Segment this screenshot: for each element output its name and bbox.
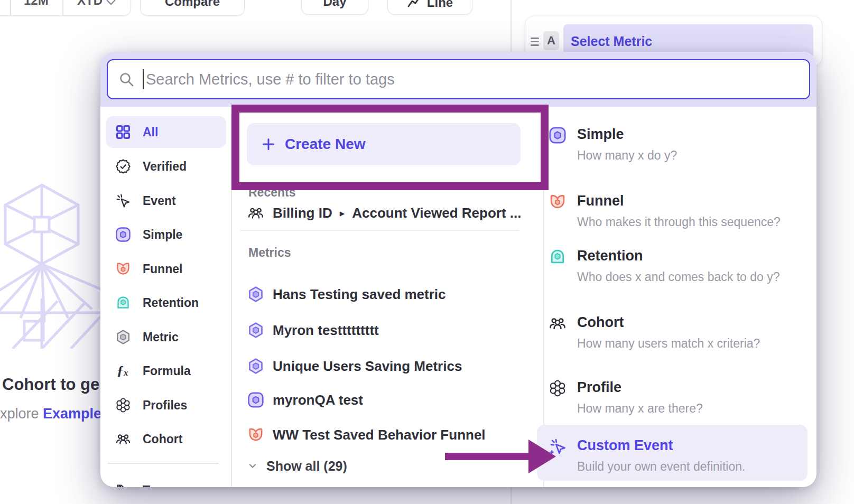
sidebar-item-metric[interactable]: Metric bbox=[106, 321, 226, 353]
sidebar-item-retention[interactable]: Retention bbox=[106, 287, 226, 319]
breadcrumb-arrow-icon: ▸ bbox=[340, 207, 345, 219]
date-range-segmented-control[interactable]: 12M XTD bbox=[0, 0, 131, 16]
sidebar-item-label: Cohort bbox=[143, 432, 182, 446]
range-xtd-button[interactable]: XTD bbox=[77, 0, 103, 8]
metric-hexagon-icon bbox=[247, 358, 264, 375]
show-all-toggle[interactable]: Show all (29) bbox=[247, 454, 347, 478]
type-option-simple[interactable]: Simple How many x do y? bbox=[549, 126, 807, 169]
cohort-icon bbox=[115, 431, 131, 447]
chevron-down-icon bbox=[106, 0, 116, 6]
metric-list-item[interactable]: WW Test Saved Behavior Funnel bbox=[247, 423, 486, 446]
custom-event-icon bbox=[549, 437, 567, 455]
show-all-label: Show all (29) bbox=[266, 459, 347, 474]
type-description: Who makes it through this sequence? bbox=[577, 215, 781, 229]
funnel-icon bbox=[115, 261, 131, 277]
funnel-icon bbox=[549, 193, 567, 211]
sidebar-item-tags[interactable]: T bbox=[106, 474, 226, 487]
metrics-heading: Metrics bbox=[248, 246, 291, 260]
metric-hexagon-icon bbox=[247, 322, 264, 339]
type-title: Funnel bbox=[577, 193, 624, 209]
plus-icon bbox=[262, 137, 275, 151]
type-title: Profile bbox=[577, 379, 621, 396]
explore-prefix-text: xplore bbox=[0, 406, 39, 422]
metric-list-item[interactable]: Myron testtttttttt bbox=[247, 319, 379, 342]
grid-icon bbox=[115, 124, 131, 140]
metric-name: Unique Users Saving Metrics bbox=[273, 358, 462, 375]
profiles-icon bbox=[115, 397, 131, 413]
range-12m-button[interactable]: 12M bbox=[24, 0, 49, 8]
sidebar-item-funnel[interactable]: Funnel bbox=[106, 253, 226, 285]
type-description: Who does x and comes back to do y? bbox=[577, 270, 780, 284]
sidebar-item-label: T bbox=[143, 483, 150, 488]
text-caret bbox=[143, 69, 144, 89]
metric-list-item[interactable]: Unique Users Saving Metrics bbox=[247, 354, 462, 378]
metric-hexagon-icon bbox=[115, 329, 131, 345]
chevron-down-icon bbox=[247, 461, 258, 471]
metric-list-item[interactable]: myronQA test bbox=[247, 388, 363, 412]
sidebar-item-label: Retention bbox=[143, 296, 199, 310]
sidebar-item-label: Profiles bbox=[143, 398, 187, 413]
sidebar-divider bbox=[108, 463, 219, 464]
recent-item-event: Account Viewed Report ... bbox=[352, 205, 521, 221]
sidebar-item-formula[interactable]: ƒx Formula bbox=[106, 355, 226, 387]
type-option-retention[interactable]: Retention Who does x and comes back to d… bbox=[549, 248, 807, 290]
sidebar-item-event[interactable]: Event bbox=[106, 185, 226, 217]
create-new-button[interactable]: Create New bbox=[247, 123, 521, 165]
type-title: Simple bbox=[577, 126, 624, 143]
type-option-custom-event[interactable]: Custom Event Build your own event defini… bbox=[549, 437, 807, 480]
type-title: Cohort bbox=[577, 314, 624, 331]
granularity-day-button[interactable]: Day bbox=[301, 0, 368, 15]
drag-handle-icon[interactable] bbox=[531, 38, 539, 48]
compare-label: Compare bbox=[165, 0, 220, 9]
select-metric-label: Select Metric bbox=[571, 34, 652, 49]
cohort-icon bbox=[247, 204, 264, 221]
type-title: Retention bbox=[577, 248, 643, 264]
type-description: How many x do y? bbox=[577, 148, 677, 163]
line-chart-icon bbox=[407, 0, 422, 9]
chart-type-line-button[interactable]: Line bbox=[387, 0, 472, 15]
recent-item-row[interactable]: Billing ID ▸ Account Viewed Report ... bbox=[247, 201, 521, 225]
compare-button[interactable]: Compare bbox=[140, 0, 245, 16]
type-option-profile[interactable]: Profile How many x are there? bbox=[549, 379, 807, 422]
sidebar-item-label: Event bbox=[143, 194, 176, 208]
type-title: Custom Event bbox=[577, 437, 673, 454]
metric-name: Hans Testing saved metric bbox=[273, 286, 446, 303]
empty-state-headline: Cohort to ge bbox=[2, 375, 99, 394]
day-label: Day bbox=[323, 0, 346, 9]
funnel-icon bbox=[247, 426, 264, 443]
sidebar-item-label: Simple bbox=[143, 228, 182, 242]
simple-icon bbox=[549, 126, 567, 144]
metric-name: Myron testtttttttt bbox=[273, 322, 379, 339]
type-description: How many x are there? bbox=[577, 402, 703, 416]
cohort-icon bbox=[549, 314, 567, 332]
search-input[interactable] bbox=[145, 70, 809, 89]
type-option-funnel[interactable]: Funnel Who makes it through this sequenc… bbox=[549, 193, 807, 235]
formula-icon: ƒx bbox=[115, 363, 131, 379]
create-new-label: Create New bbox=[285, 136, 366, 153]
empty-state-subtext: xplore Example bbox=[0, 406, 101, 422]
example-link[interactable]: Example bbox=[43, 406, 101, 422]
type-description: Build your own event definition. bbox=[577, 460, 745, 474]
search-box[interactable] bbox=[107, 59, 810, 99]
retention-icon bbox=[115, 295, 131, 311]
line-label: Line bbox=[427, 0, 453, 10]
recents-heading: Recents bbox=[248, 185, 295, 200]
profiles-icon bbox=[549, 379, 567, 397]
metric-hexagon-icon bbox=[247, 286, 264, 303]
sidebar-item-verified[interactable]: Verified bbox=[106, 151, 226, 182]
type-option-cohort[interactable]: Cohort How many users match x criteria? bbox=[549, 314, 807, 357]
search-icon bbox=[118, 71, 134, 87]
sidebar-item-label: Funnel bbox=[143, 262, 182, 276]
sidebar-item-label: All bbox=[143, 125, 158, 139]
sidebar-item-cohort[interactable]: Cohort bbox=[106, 423, 226, 455]
sidebar-item-profiles[interactable]: Profiles bbox=[106, 389, 226, 421]
metric-list-item[interactable]: Hans Testing saved metric bbox=[247, 283, 446, 306]
sidebar-item-simple[interactable]: Simple bbox=[106, 219, 226, 250]
retention-icon bbox=[549, 248, 567, 266]
tag-icon bbox=[115, 482, 131, 487]
sidebar-item-all[interactable]: All bbox=[106, 116, 226, 148]
metrics-picker-screen: { "toolbar": { "range_12m": "12M", "rang… bbox=[0, 0, 854, 504]
column-divider bbox=[231, 114, 232, 487]
event-cursor-icon bbox=[115, 193, 131, 209]
simple-icon bbox=[115, 227, 131, 242]
